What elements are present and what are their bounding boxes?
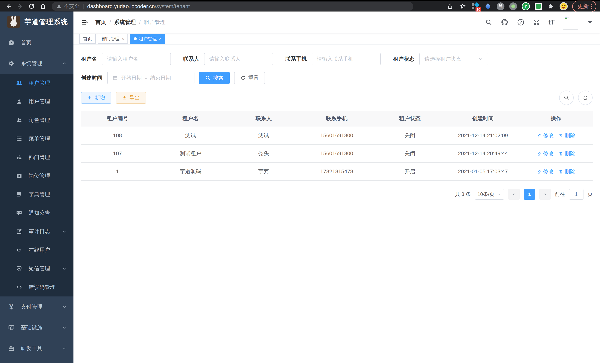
- browser-update-button[interactable]: 更新: [572, 0, 596, 12]
- extension-chat-button[interactable]: [534, 2, 543, 10]
- sidebar-item-pay[interactable]: ¥ 支付管理: [0, 297, 74, 317]
- sidebar-item-user[interactable]: 用户管理: [0, 92, 74, 111]
- sidebar-item-notice[interactable]: 通知公告: [0, 204, 74, 222]
- col-header-mobile: 联系手机: [300, 111, 373, 127]
- sidebar-item-system[interactable]: 系统管理: [0, 53, 74, 74]
- sidebar-item-label: 系统管理: [21, 60, 42, 67]
- security-label: 不安全: [64, 3, 79, 10]
- filter-contact: 联系人: [183, 53, 273, 65]
- export-button[interactable]: 导出: [116, 92, 146, 104]
- reset-button[interactable]: 重置: [234, 72, 265, 84]
- forward-arrow-icon: [17, 3, 23, 9]
- date-range-input[interactable]: 开始日期 - 结束日期: [107, 72, 194, 84]
- browser-home-button[interactable]: [38, 1, 48, 11]
- sidebar: 芋道管理系统 首页 系统管理 租户管理 用户管理: [0, 11, 74, 363]
- edit-pencil-icon: [537, 169, 542, 174]
- tab-close-icon[interactable]: ×: [122, 36, 124, 41]
- edit-link[interactable]: 修改: [537, 132, 554, 139]
- browser-menu-icon[interactable]: [591, 4, 592, 9]
- sidebar-item-menu[interactable]: 菜单管理: [0, 130, 74, 148]
- page-size-select[interactable]: 10条/页: [475, 189, 504, 200]
- back-arrow-icon: [5, 3, 12, 9]
- tab-dept[interactable]: 部门管理 ×: [98, 34, 128, 44]
- search-button[interactable]: 搜索: [199, 72, 230, 84]
- profile-avatar-button[interactable]: [560, 2, 568, 10]
- table-row[interactable]: 107 测试租户 秃头 15601691300 关闭 2021-12-14 20…: [81, 145, 593, 162]
- user-avatar[interactable]: [563, 15, 578, 30]
- edit-link[interactable]: 修改: [537, 150, 554, 157]
- browser-forward-button[interactable]: [15, 1, 25, 11]
- search-icon[interactable]: [485, 19, 492, 26]
- tab-close-icon[interactable]: ×: [159, 36, 161, 41]
- extension-command-button[interactable]: ⌘: [497, 2, 505, 10]
- badge-icon: [16, 172, 23, 179]
- avatar-dropdown-caret-icon[interactable]: [587, 21, 593, 24]
- table-row[interactable]: 1 芋道源码 芋艿 17321315478 开启 2021-01-05 17:0…: [81, 162, 593, 180]
- sidebar-item-label: 错误码管理: [28, 283, 56, 291]
- sidebar-item-post[interactable]: 岗位管理: [0, 167, 74, 185]
- monitor-icon: [8, 324, 15, 331]
- delete-link[interactable]: 删除: [558, 150, 575, 157]
- bookmark-button[interactable]: [459, 2, 467, 10]
- extension-y-button[interactable]: Y: [522, 2, 530, 10]
- filter-status: 租户状态 请选择租户状态: [393, 53, 488, 65]
- sidebar-item-dict[interactable]: 字典管理: [0, 185, 74, 204]
- sidebar-item-audit-log[interactable]: 审计日志: [0, 222, 74, 241]
- sidebar-item-online-users[interactable]: 在线用户: [0, 241, 74, 259]
- tab-tenant[interactable]: 租户管理 ×: [130, 34, 165, 44]
- github-icon[interactable]: [501, 18, 509, 26]
- extensions-menu-button[interactable]: [547, 2, 555, 10]
- sidebar-item-error-code[interactable]: 错误码管理: [0, 278, 74, 297]
- cell-mobile: 17321315478: [300, 162, 373, 180]
- browser-back-button[interactable]: [4, 1, 13, 11]
- add-button[interactable]: 新增: [81, 92, 111, 104]
- y-circle-icon: Y: [522, 2, 530, 10]
- chevron-right-icon: [543, 192, 547, 196]
- edit-link[interactable]: 修改: [537, 168, 554, 175]
- breadcrumb-home[interactable]: 首页: [95, 19, 106, 26]
- breadcrumb-separator: /: [139, 19, 141, 25]
- ext-diamond-icon: [474, 2, 479, 7]
- breadcrumb-system[interactable]: 系统管理: [114, 19, 136, 26]
- help-icon[interactable]: [517, 18, 525, 26]
- cell-status: 开启: [373, 162, 446, 180]
- prev-page-button[interactable]: [508, 189, 520, 200]
- sidebar-item-role[interactable]: 角色管理: [0, 111, 74, 130]
- page-number-button[interactable]: 1: [524, 189, 535, 200]
- sidebar-item-sms[interactable]: 短信管理: [0, 259, 74, 278]
- sidebar-item-tenant[interactable]: 租户管理: [0, 74, 74, 92]
- browser-reload-button[interactable]: [27, 1, 36, 11]
- delete-link[interactable]: 删除: [558, 168, 575, 175]
- audit-log-icon: [16, 228, 23, 235]
- fullscreen-icon[interactable]: [533, 19, 540, 26]
- tab-home[interactable]: 首页: [79, 34, 96, 44]
- extension-tasks-button[interactable]: 10: [471, 2, 479, 10]
- toggle-search-button[interactable]: [559, 91, 574, 105]
- next-page-button[interactable]: [539, 189, 551, 200]
- tenant-name-input[interactable]: [107, 56, 166, 62]
- table-row[interactable]: 108 测试 测试 15601691300 关闭 2021-12-14 21:0…: [81, 127, 593, 145]
- cell-status: 关闭: [373, 127, 446, 145]
- refresh-table-button[interactable]: [578, 91, 593, 105]
- sidebar-item-label: 岗位管理: [28, 172, 50, 180]
- field-label: 联系人: [183, 55, 199, 63]
- extension-kite-button[interactable]: [484, 2, 492, 10]
- goto-page-input[interactable]: [569, 189, 583, 200]
- field-label: 租户名: [81, 55, 97, 63]
- kite-icon: [485, 3, 491, 9]
- mobile-input[interactable]: [317, 56, 375, 62]
- status-select[interactable]: 请选择租户状态: [419, 53, 488, 65]
- contact-input[interactable]: [209, 56, 268, 62]
- sidebar-item-dev-tools[interactable]: 研发工具: [0, 338, 74, 359]
- extension-record-button[interactable]: [509, 2, 517, 10]
- logo[interactable]: 芋道管理系统: [0, 11, 74, 32]
- url-bar[interactable]: 不安全 dashboard.yudao.iocoder.cn/system/te…: [52, 2, 413, 11]
- extension-badge: 10: [476, 7, 481, 12]
- collapse-sidebar-button[interactable]: [81, 18, 89, 26]
- delete-link[interactable]: 删除: [558, 132, 575, 139]
- sidebar-item-infra[interactable]: 基础设施: [0, 317, 74, 338]
- sidebar-item-home[interactable]: 首页: [0, 32, 74, 53]
- font-size-icon[interactable]: tT: [548, 18, 555, 26]
- share-button[interactable]: [446, 2, 454, 10]
- sidebar-item-dept[interactable]: 部门管理: [0, 148, 74, 167]
